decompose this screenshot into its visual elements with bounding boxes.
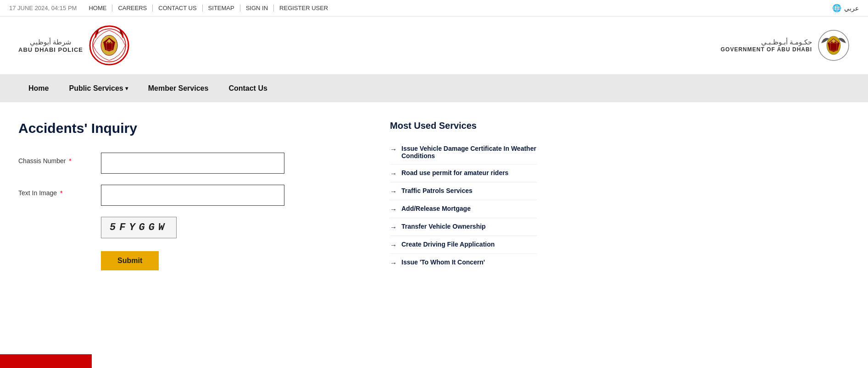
svg-rect-3 xyxy=(106,43,112,50)
list-item[interactable]: → Traffic Patrols Services xyxy=(390,182,537,200)
globe-icon: 🌐 xyxy=(832,4,841,12)
service-label: Create Driving File Application xyxy=(401,241,495,248)
arrow-icon: → xyxy=(390,170,397,177)
arrow-icon: → xyxy=(390,187,397,195)
main-content: Accidents' Inquiry Chassis Number * Text… xyxy=(0,102,868,331)
list-item[interactable]: → Add/Release Mortgage xyxy=(390,200,537,218)
top-nav: HOME CAREERS CONTACT US SITEMAP SIGN IN … xyxy=(83,5,334,11)
service-label: Transfer Vehicle Ownership xyxy=(401,223,486,230)
gov-arabic-name: حكـومـة أبـوظـبـي xyxy=(721,38,812,46)
adp-english-name: ABU DHABI POLICE xyxy=(18,46,83,53)
arrow-icon: → xyxy=(390,205,397,213)
nav-home[interactable]: HOME xyxy=(83,5,112,11)
nav-sign-in[interactable]: SIGN IN xyxy=(240,5,274,11)
list-item[interactable]: → Road use permit for amateur riders xyxy=(390,165,537,182)
adp-emblem xyxy=(89,25,130,66)
gov-logo: حكـومـة أبـوظـبـي GOVERNMENT OF ABU DHAB… xyxy=(721,29,850,61)
captcha-required: * xyxy=(58,189,62,197)
nav-public-services[interactable]: Public Services xyxy=(59,75,138,102)
list-item[interactable]: → Issue 'To Whom It Concern' xyxy=(390,254,537,271)
sidebar: Most Used Services → Issue Vehicle Damag… xyxy=(390,121,537,313)
top-bar-left: 17 JUNE 2024, 04:15 PM HOME CAREERS CONT… xyxy=(9,5,334,11)
arabic-label: عربي xyxy=(844,5,859,12)
list-item[interactable]: → Transfer Vehicle Ownership xyxy=(390,218,537,236)
arrow-icon: → xyxy=(390,145,397,153)
service-label: Traffic Patrols Services xyxy=(401,187,473,194)
captcha-text-field-group: Text In Image * xyxy=(18,185,362,206)
svg-rect-7 xyxy=(830,43,837,50)
most-used-services-list: → Issue Vehicle Damage Certificate In We… xyxy=(390,140,537,271)
chassis-required: * xyxy=(67,157,71,165)
nav-register-user[interactable]: REGISTER USER xyxy=(274,5,334,11)
submit-group: Submit xyxy=(18,251,362,270)
service-label: Issue 'To Whom It Concern' xyxy=(401,258,485,266)
service-label: Issue Vehicle Damage Certificate In Weat… xyxy=(401,145,537,159)
nav-sitemap[interactable]: SITEMAP xyxy=(203,5,240,11)
top-bar: 17 JUNE 2024, 04:15 PM HOME CAREERS CONT… xyxy=(0,0,868,16)
chassis-label: Chassis Number * xyxy=(18,153,92,165)
gov-emblem xyxy=(818,29,850,61)
site-header: شرطة أبوظبي ABU DHABI POLICE حكـومـة أبـ… xyxy=(0,16,868,75)
svg-point-4 xyxy=(108,40,111,43)
text-in-image-label: Text In Image * xyxy=(18,185,92,197)
list-item[interactable]: → Issue Vehicle Damage Certificate In We… xyxy=(390,140,537,165)
chassis-input[interactable] xyxy=(101,153,284,174)
gov-logo-text: حكـومـة أبـوظـبـي GOVERNMENT OF ABU DHAB… xyxy=(721,38,812,53)
nav-careers[interactable]: CAREERS xyxy=(112,5,153,11)
service-label: Add/Release Mortgage xyxy=(401,205,471,212)
form-section: Accidents' Inquiry Chassis Number * Text… xyxy=(18,121,362,313)
arrow-icon: → xyxy=(390,223,397,231)
date-time: 17 JUNE 2024, 04:15 PM xyxy=(9,5,77,11)
arrow-icon: → xyxy=(390,241,397,249)
adp-logo: شرطة أبوظبي ABU DHABI POLICE xyxy=(18,25,130,66)
nav-contact-us[interactable]: CONTACT US xyxy=(153,5,202,11)
nav-member-services[interactable]: Member Services xyxy=(138,75,219,102)
language-switcher[interactable]: 🌐 عربي xyxy=(832,4,859,12)
arrow-icon: → xyxy=(390,259,397,267)
nav-contact-us[interactable]: Contact Us xyxy=(218,75,277,102)
service-label: Road use permit for amateur riders xyxy=(401,169,508,176)
svg-point-8 xyxy=(832,40,835,43)
gov-english-name: GOVERNMENT OF ABU DHABI xyxy=(721,46,812,53)
adp-logo-text: شرطة أبوظبي ABU DHABI POLICE xyxy=(18,38,83,53)
main-nav: Home Public Services Member Services Con… xyxy=(0,75,868,102)
chassis-field-group: Chassis Number * xyxy=(18,153,362,174)
captcha-input[interactable] xyxy=(101,185,284,206)
page-title: Accidents' Inquiry xyxy=(18,121,362,136)
submit-button[interactable]: Submit xyxy=(101,251,159,270)
adp-arabic-name: شرطة أبوظبي xyxy=(30,38,72,46)
sidebar-title: Most Used Services xyxy=(390,121,537,131)
nav-home[interactable]: Home xyxy=(18,75,59,102)
list-item[interactable]: → Create Driving File Application xyxy=(390,236,537,254)
captcha-image: 5FYGGW xyxy=(101,217,177,238)
